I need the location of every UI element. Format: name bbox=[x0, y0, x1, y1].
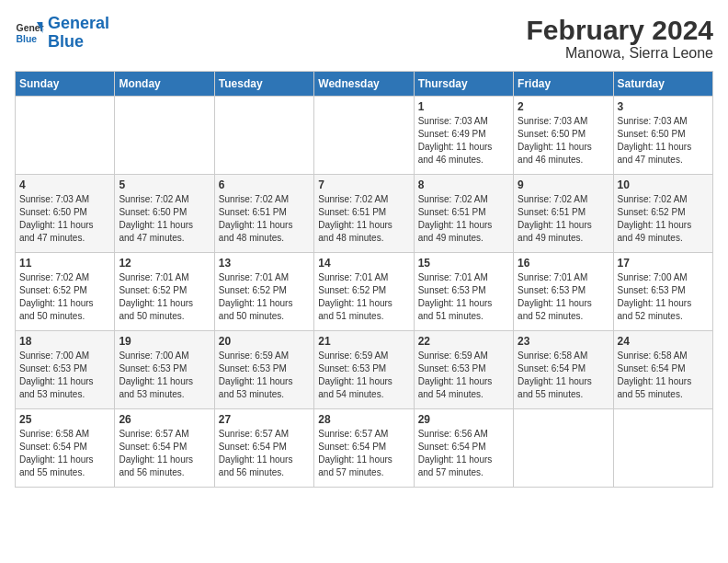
day-cell: 21Sunrise: 6:59 AM Sunset: 6:53 PM Dayli… bbox=[314, 331, 414, 409]
day-cell: 2Sunrise: 7:03 AM Sunset: 6:50 PM Daylig… bbox=[514, 97, 613, 175]
day-cell: 11Sunrise: 7:02 AM Sunset: 6:52 PM Dayli… bbox=[16, 253, 115, 331]
day-number: 8 bbox=[418, 178, 509, 191]
day-number: 23 bbox=[518, 335, 609, 348]
day-cell: 27Sunrise: 6:57 AM Sunset: 6:54 PM Dayli… bbox=[214, 409, 313, 488]
day-detail: Sunrise: 7:00 AM Sunset: 6:53 PM Dayligh… bbox=[618, 271, 709, 323]
day-detail: Sunrise: 7:00 AM Sunset: 6:53 PM Dayligh… bbox=[119, 350, 210, 401]
day-detail: Sunrise: 6:59 AM Sunset: 6:53 PM Dayligh… bbox=[318, 350, 409, 401]
day-number: 25 bbox=[19, 413, 110, 426]
day-cell: 20Sunrise: 6:59 AM Sunset: 6:53 PM Dayli… bbox=[214, 331, 313, 409]
day-cell: 26Sunrise: 6:57 AM Sunset: 6:54 PM Dayli… bbox=[115, 409, 214, 488]
day-cell: 29Sunrise: 6:56 AM Sunset: 6:54 PM Dayli… bbox=[414, 409, 513, 488]
day-cell: 8Sunrise: 7:02 AM Sunset: 6:51 PM Daylig… bbox=[414, 175, 513, 253]
day-cell: 22Sunrise: 6:59 AM Sunset: 6:53 PM Dayli… bbox=[414, 331, 513, 409]
day-cell: 15Sunrise: 7:01 AM Sunset: 6:53 PM Dayli… bbox=[414, 253, 513, 331]
day-detail: Sunrise: 7:02 AM Sunset: 6:51 PM Dayligh… bbox=[418, 193, 509, 245]
header-cell-monday: Monday bbox=[115, 72, 214, 97]
header-row: SundayMondayTuesdayWednesdayThursdayFrid… bbox=[16, 72, 713, 97]
week-row-2: 4Sunrise: 7:03 AM Sunset: 6:50 PM Daylig… bbox=[16, 175, 713, 253]
header-cell-saturday: Saturday bbox=[613, 72, 712, 97]
day-number: 11 bbox=[19, 257, 110, 270]
day-cell: 17Sunrise: 7:00 AM Sunset: 6:53 PM Dayli… bbox=[613, 253, 712, 331]
day-detail: Sunrise: 6:58 AM Sunset: 6:54 PM Dayligh… bbox=[518, 350, 609, 401]
day-cell: 24Sunrise: 6:58 AM Sunset: 6:54 PM Dayli… bbox=[613, 331, 712, 409]
day-cell: 16Sunrise: 7:01 AM Sunset: 6:53 PM Dayli… bbox=[514, 253, 613, 331]
week-row-1: 1Sunrise: 7:03 AM Sunset: 6:49 PM Daylig… bbox=[16, 97, 713, 175]
day-number: 24 bbox=[618, 335, 709, 348]
day-detail: Sunrise: 7:02 AM Sunset: 6:51 PM Dayligh… bbox=[318, 193, 409, 245]
day-number: 26 bbox=[119, 413, 210, 426]
day-cell: 23Sunrise: 6:58 AM Sunset: 6:54 PM Dayli… bbox=[514, 331, 613, 409]
day-cell: 9Sunrise: 7:02 AM Sunset: 6:51 PM Daylig… bbox=[514, 175, 613, 253]
day-cell: 19Sunrise: 7:00 AM Sunset: 6:53 PM Dayli… bbox=[115, 331, 214, 409]
day-cell: 1Sunrise: 7:03 AM Sunset: 6:49 PM Daylig… bbox=[414, 97, 513, 175]
day-number: 21 bbox=[318, 335, 409, 348]
day-detail: Sunrise: 7:02 AM Sunset: 6:52 PM Dayligh… bbox=[618, 193, 709, 245]
page-header: General Blue GeneralBlue February 2024 M… bbox=[15, 15, 713, 62]
day-number: 20 bbox=[219, 335, 310, 348]
day-number: 27 bbox=[219, 413, 310, 426]
title-block: February 2024 Manowa, Sierra Leone bbox=[527, 15, 713, 62]
day-detail: Sunrise: 7:03 AM Sunset: 6:50 PM Dayligh… bbox=[518, 115, 609, 167]
day-detail: Sunrise: 7:02 AM Sunset: 6:52 PM Dayligh… bbox=[19, 271, 110, 323]
day-number: 18 bbox=[19, 335, 110, 348]
day-number: 12 bbox=[119, 257, 210, 270]
calendar-body: 1Sunrise: 7:03 AM Sunset: 6:49 PM Daylig… bbox=[16, 97, 713, 488]
day-cell bbox=[314, 97, 414, 175]
day-number: 6 bbox=[219, 178, 310, 191]
day-detail: Sunrise: 7:03 AM Sunset: 6:50 PM Dayligh… bbox=[618, 115, 709, 167]
header-cell-sunday: Sunday bbox=[16, 72, 115, 97]
day-number: 22 bbox=[418, 335, 509, 348]
day-number: 4 bbox=[19, 178, 110, 191]
day-detail: Sunrise: 7:01 AM Sunset: 6:52 PM Dayligh… bbox=[318, 271, 409, 323]
day-cell: 5Sunrise: 7:02 AM Sunset: 6:50 PM Daylig… bbox=[115, 175, 214, 253]
day-number: 7 bbox=[318, 178, 409, 191]
day-number: 2 bbox=[518, 100, 609, 113]
day-number: 19 bbox=[119, 335, 210, 348]
day-detail: Sunrise: 6:59 AM Sunset: 6:53 PM Dayligh… bbox=[219, 350, 310, 401]
day-detail: Sunrise: 7:01 AM Sunset: 6:53 PM Dayligh… bbox=[518, 271, 609, 323]
day-number: 29 bbox=[418, 413, 509, 426]
day-number: 10 bbox=[618, 178, 709, 191]
day-detail: Sunrise: 6:58 AM Sunset: 6:54 PM Dayligh… bbox=[618, 350, 709, 401]
day-detail: Sunrise: 6:59 AM Sunset: 6:53 PM Dayligh… bbox=[418, 350, 509, 401]
calendar-title: February 2024 bbox=[527, 15, 713, 45]
week-row-3: 11Sunrise: 7:02 AM Sunset: 6:52 PM Dayli… bbox=[16, 253, 713, 331]
day-detail: Sunrise: 7:03 AM Sunset: 6:50 PM Dayligh… bbox=[19, 193, 110, 245]
day-number: 1 bbox=[418, 100, 509, 113]
day-cell: 4Sunrise: 7:03 AM Sunset: 6:50 PM Daylig… bbox=[16, 175, 115, 253]
day-cell bbox=[613, 409, 712, 488]
day-detail: Sunrise: 7:02 AM Sunset: 6:51 PM Dayligh… bbox=[219, 193, 310, 245]
day-detail: Sunrise: 6:57 AM Sunset: 6:54 PM Dayligh… bbox=[119, 428, 210, 479]
calendar-table: SundayMondayTuesdayWednesdayThursdayFrid… bbox=[15, 71, 713, 488]
day-number: 9 bbox=[518, 178, 609, 191]
header-cell-tuesday: Tuesday bbox=[214, 72, 313, 97]
day-cell: 18Sunrise: 7:00 AM Sunset: 6:53 PM Dayli… bbox=[16, 331, 115, 409]
day-detail: Sunrise: 6:57 AM Sunset: 6:54 PM Dayligh… bbox=[219, 428, 310, 479]
day-number: 5 bbox=[119, 178, 210, 191]
day-cell: 13Sunrise: 7:01 AM Sunset: 6:52 PM Dayli… bbox=[214, 253, 313, 331]
day-number: 3 bbox=[618, 100, 709, 113]
day-cell bbox=[115, 97, 214, 175]
day-detail: Sunrise: 7:03 AM Sunset: 6:49 PM Dayligh… bbox=[418, 115, 509, 167]
day-detail: Sunrise: 7:02 AM Sunset: 6:51 PM Dayligh… bbox=[518, 193, 609, 245]
calendar-header: SundayMondayTuesdayWednesdayThursdayFrid… bbox=[16, 72, 713, 97]
header-cell-friday: Friday bbox=[514, 72, 613, 97]
day-cell: 7Sunrise: 7:02 AM Sunset: 6:51 PM Daylig… bbox=[314, 175, 414, 253]
day-detail: Sunrise: 7:01 AM Sunset: 6:52 PM Dayligh… bbox=[219, 271, 310, 323]
day-detail: Sunrise: 6:57 AM Sunset: 6:54 PM Dayligh… bbox=[318, 428, 409, 479]
day-number: 17 bbox=[618, 257, 709, 270]
day-detail: Sunrise: 7:01 AM Sunset: 6:53 PM Dayligh… bbox=[418, 271, 509, 323]
header-cell-thursday: Thursday bbox=[414, 72, 513, 97]
day-detail: Sunrise: 7:02 AM Sunset: 6:50 PM Dayligh… bbox=[119, 193, 210, 245]
day-cell bbox=[16, 97, 115, 175]
week-row-5: 25Sunrise: 6:58 AM Sunset: 6:54 PM Dayli… bbox=[16, 409, 713, 488]
day-cell: 12Sunrise: 7:01 AM Sunset: 6:52 PM Dayli… bbox=[115, 253, 214, 331]
day-number: 14 bbox=[318, 257, 409, 270]
day-detail: Sunrise: 7:00 AM Sunset: 6:53 PM Dayligh… bbox=[19, 350, 110, 401]
day-cell: 10Sunrise: 7:02 AM Sunset: 6:52 PM Dayli… bbox=[613, 175, 712, 253]
header-cell-wednesday: Wednesday bbox=[314, 72, 414, 97]
day-cell: 14Sunrise: 7:01 AM Sunset: 6:52 PM Dayli… bbox=[314, 253, 414, 331]
logo-icon: General Blue bbox=[15, 18, 44, 48]
logo: General Blue GeneralBlue bbox=[15, 15, 109, 52]
